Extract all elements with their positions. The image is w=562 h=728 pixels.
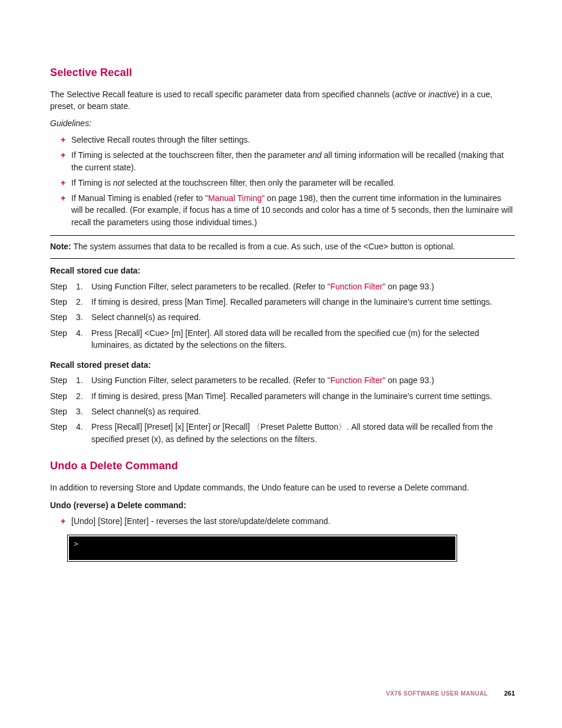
bullet-text: If Manual Timing is enabled (refer to [71, 193, 205, 203]
intro-active: active [395, 90, 416, 99]
step-text: Select channel(s) as required. [91, 406, 515, 417]
step-number: 4. [76, 421, 91, 445]
link-function-filter[interactable]: "Function Filter" [328, 375, 386, 385]
intro-inactive: inactive [428, 90, 456, 99]
bullet-text: If Timing is [71, 178, 113, 187]
heading-undo-delete: Undo a Delete Command [50, 458, 515, 473]
step-row: Step 4. Press [Recall] [Preset] [x] [Ent… [50, 421, 515, 445]
bullet-text: Selective Recall routes through the filt… [71, 135, 250, 144]
steps-recall-preset: Step 1. Using Function Filter, select pa… [50, 374, 515, 444]
step-label: Step [50, 374, 76, 386]
subhead-recall-cue: Recall stored cue data: [50, 265, 515, 276]
bullet-emph: and [308, 150, 322, 160]
divider [50, 235, 515, 236]
step-row: Step 2. If timing is desired, press [Man… [50, 390, 515, 402]
step-row: Step 1. Using Function Filter, select pa… [50, 281, 515, 292]
step-text: If timing is desired, press [Man Time]. … [91, 296, 515, 308]
bullet-text: [Undo] [Store] [Enter] - reverses the la… [71, 516, 330, 526]
footer-title: VX76 SOFTWARE USER MANUAL [386, 690, 488, 697]
bullet-text: If Timing is selected at the touchscreen… [71, 150, 308, 160]
step-label: Step [50, 421, 76, 445]
step-label: Step [50, 390, 76, 402]
guidelines-list: Selective Recall routes through the filt… [50, 134, 515, 228]
step-row: Step 2. If timing is desired, press [Man… [50, 296, 515, 308]
step-label: Step [50, 296, 76, 308]
heading-selective-recall: Selective Recall [50, 65, 515, 80]
step-text: Using Function Filter, select parameters… [91, 281, 515, 292]
list-item: If Timing is selected at the touchscreen… [63, 149, 515, 173]
page-footer: VX76 SOFTWARE USER MANUAL 261 [386, 689, 515, 699]
step-label: Step [50, 406, 76, 417]
step-text-b: on page 93.) [385, 375, 434, 385]
step-number: 4. [76, 327, 91, 351]
note-text: The system assumes that data to be recal… [71, 242, 455, 251]
step-text: If timing is desired, press [Man Time]. … [91, 390, 515, 402]
step-number: 2. [76, 296, 91, 308]
step-text: Press [Recall] [Preset] [x] [Enter] or [… [91, 421, 515, 445]
step-text-a: Using Function Filter, select parameters… [91, 282, 328, 291]
step-number: 1. [76, 374, 91, 386]
link-manual-timing[interactable]: "Manual Timing" [205, 193, 265, 203]
divider [50, 258, 515, 259]
bullet-text: selected at the touchscreen filter, then… [124, 178, 395, 187]
command-prompt: > [74, 539, 78, 548]
step-row: Step 3. Select channel(s) as required. [50, 311, 515, 323]
command-line-display: > [68, 535, 457, 561]
note-row: Note: The system assumes that data to be… [50, 241, 515, 252]
undo-list: [Undo] [Store] [Enter] - reverses the la… [50, 515, 515, 527]
link-function-filter[interactable]: "Function Filter" [328, 282, 386, 291]
step-emph: or [213, 422, 220, 431]
list-item: If Manual Timing is enabled (refer to "M… [63, 192, 515, 228]
note-label: Note: [50, 242, 71, 251]
footer-page-number: 261 [504, 690, 515, 697]
step-text: Press [Recall] <Cue> [m] [Enter]. All st… [91, 327, 515, 351]
step-label: Step [50, 327, 76, 351]
list-item: Selective Recall routes through the filt… [63, 134, 515, 146]
undo-intro: In addition to reversing Store and Updat… [50, 482, 515, 493]
step-text-b: on page 93.) [385, 282, 434, 291]
intro-text-a: The Selective Recall feature is used to … [50, 90, 395, 99]
step-number: 1. [76, 281, 91, 292]
step-text-a: Press [Recall] [Preset] [x] [Enter] [91, 422, 213, 431]
steps-recall-cue: Step 1. Using Function Filter, select pa… [50, 281, 515, 351]
subhead-recall-preset: Recall stored preset data: [50, 359, 515, 371]
list-item: If Timing is not selected at the touchsc… [63, 177, 515, 189]
bullet-emph: not [113, 178, 124, 187]
step-number: 3. [76, 311, 91, 323]
step-text: Select channel(s) as required. [91, 311, 515, 323]
subhead-undo: Undo (reverse) a Delete command: [50, 499, 515, 511]
step-label: Step [50, 281, 76, 292]
step-text-a: Using Function Filter, select parameters… [91, 375, 328, 385]
list-item: [Undo] [Store] [Enter] - reverses the la… [63, 515, 515, 527]
step-row: Step 4. Press [Recall] <Cue> [m] [Enter]… [50, 327, 515, 351]
step-number: 3. [76, 406, 91, 417]
step-label: Step [50, 311, 76, 323]
step-row: Step 1. Using Function Filter, select pa… [50, 374, 515, 386]
step-text: Using Function Filter, select parameters… [91, 374, 515, 386]
step-row: Step 3. Select channel(s) as required. [50, 406, 515, 417]
guidelines-label: Guidelines: [50, 117, 515, 129]
intro-text-b: or [416, 90, 428, 99]
step-number: 2. [76, 390, 91, 402]
selective-recall-intro: The Selective Recall feature is used to … [50, 88, 515, 113]
